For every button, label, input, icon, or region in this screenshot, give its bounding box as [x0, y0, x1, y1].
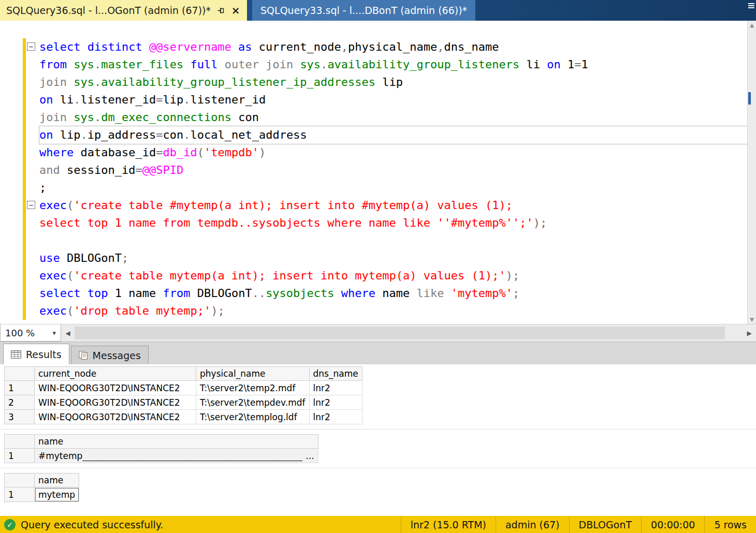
- code-line-12[interactable]: [39, 232, 747, 249]
- code-token: db_id: [163, 146, 197, 159]
- result-splitter[interactable]: [0, 429, 756, 430]
- status-user[interactable]: admin (67): [496, 516, 569, 533]
- code-line-13[interactable]: use DBLOGonT;: [39, 249, 747, 267]
- code-line-5[interactable]: join sys.dm_exec_connections con: [39, 109, 747, 126]
- code-token: 1: [568, 58, 574, 71]
- code-token: dm_exec_connections: [101, 111, 231, 124]
- code-line-11[interactable]: select top 1 name from tempdb..sysobject…: [39, 214, 747, 232]
- sql-editor[interactable]: −select distinct @@servername as current…: [0, 21, 756, 324]
- row-number[interactable]: 1: [5, 449, 35, 463]
- code-line-4[interactable]: on li.listener_id=lip.listener_id: [39, 91, 747, 109]
- close-icon[interactable]: ×: [230, 5, 241, 16]
- success-check-icon: ✓: [4, 519, 16, 530]
- code-token: .: [74, 93, 80, 106]
- code-token: availability_group_listeners: [327, 58, 519, 71]
- column-header[interactable]: name: [35, 435, 318, 449]
- column-header[interactable]: current_node: [35, 367, 196, 381]
- status-duration: 00:00:00: [641, 516, 704, 533]
- code-token: outer join: [225, 58, 300, 71]
- grid-corner-cell[interactable]: [5, 473, 35, 487]
- code-token: sys: [74, 76, 94, 88]
- grid-cell[interactable]: lnr2: [309, 381, 362, 395]
- tab-label: SQLQuery33.sql - l....DBonT (admin (66))…: [260, 5, 467, 16]
- result-set-1: current_nodephysical_namedns_name1WIN-EQ…: [4, 366, 756, 424]
- code-token: );: [533, 216, 547, 229]
- cell-text: #mytemp_________________________________…: [38, 451, 302, 461]
- chevron-down-icon[interactable]: ▾: [52, 329, 56, 337]
- tab-sqlquery33[interactable]: SQLQuery33.sql - l....DBonT (admin (66))…: [252, 0, 475, 21]
- code-token: exec: [39, 199, 67, 212]
- scroll-left-icon[interactable]: ◀: [61, 324, 75, 342]
- code-token: and: [39, 164, 67, 176]
- grid-corner-cell[interactable]: [5, 367, 35, 381]
- column-header[interactable]: dns_name: [309, 367, 362, 381]
- row-number[interactable]: 2: [5, 395, 35, 410]
- grid-cell[interactable]: lnr2: [309, 410, 362, 424]
- scroll-down-icon[interactable]: ▼: [748, 317, 756, 322]
- status-rowcount: 5 rows: [704, 516, 756, 533]
- scroll-up-icon[interactable]: ▲: [748, 22, 756, 28]
- result-set-3: name1mytemp: [4, 473, 756, 502]
- status-database[interactable]: DBLOGonT: [569, 516, 642, 533]
- code-line-15[interactable]: select top 1 name from DBLOGonT..sysobje…: [39, 285, 747, 302]
- code-token: sysobjects: [266, 287, 334, 300]
- code-line-6[interactable]: on lip.ip_address=con.local_net_address: [39, 126, 747, 144]
- code-line-7[interactable]: where database_id=db_id('tempdb'): [39, 144, 747, 161]
- grid-cell[interactable]: mytemp: [35, 487, 79, 502]
- code-token: 1 name: [115, 287, 163, 300]
- grid-cell[interactable]: T:\server2\temp2.mdf: [196, 381, 310, 395]
- row-number[interactable]: 1: [5, 381, 35, 395]
- grid-cell[interactable]: WIN-EQOORG30T2D\INSTANCE2: [35, 381, 196, 395]
- status-bar: ✓ Query executed successfully. lnr2 (15.…: [0, 516, 756, 533]
- grid-cell[interactable]: T:\server2\tempdev.mdf: [196, 395, 310, 410]
- menu-lines-icon: [748, 3, 754, 8]
- grid-cell[interactable]: #mytemp_________________________________…: [35, 449, 318, 463]
- results-tab-label: Results: [26, 349, 62, 360]
- fold-collapse-icon[interactable]: −: [27, 42, 35, 51]
- grid-cell[interactable]: T:\server2\templog.ldf: [196, 410, 310, 424]
- tab-sqlquery36[interactable]: SQLQuery36.sql - l...OGonT (admin (67))*…: [0, 0, 247, 21]
- code-token: =: [135, 164, 142, 176]
- row-number[interactable]: 3: [5, 410, 35, 424]
- code-token: sys: [74, 58, 94, 71]
- code-token: 'create table mytemp(a int); insert into…: [74, 269, 505, 282]
- fold-collapse-icon[interactable]: −: [27, 201, 35, 209]
- code-line-16[interactable]: exec('drop table mytemp;');: [39, 302, 747, 320]
- code-line-14[interactable]: exec('create table mytemp(a int); insert…: [39, 267, 747, 285]
- code-token: .: [94, 58, 101, 71]
- grid-cell[interactable]: WIN-EQOORG30T2D\INSTANCE2: [35, 410, 196, 424]
- pin-icon-glyph: [217, 7, 225, 14]
- pin-icon[interactable]: [215, 5, 226, 16]
- code-token: .: [94, 76, 101, 88]
- code-line-2[interactable]: from sys.master_files full outer join sy…: [39, 56, 747, 73]
- status-message: Query executed successfully.: [21, 519, 163, 530]
- code-token: select distinct: [39, 40, 149, 53]
- tab-messages[interactable]: Messages: [71, 346, 149, 364]
- editor-bottom-bar: 100 % ▾ ◀ ▶: [0, 324, 756, 342]
- column-header[interactable]: physical_name: [196, 367, 310, 381]
- editor-horizontal-scrollbar[interactable]: ◀ ▶: [61, 324, 756, 342]
- grid-cell[interactable]: WIN-EQOORG30T2D\INSTANCE2: [35, 395, 196, 410]
- result-splitter[interactable]: [0, 468, 756, 468]
- horizontal-scroll-thumb[interactable]: [75, 327, 725, 339]
- column-header[interactable]: name: [35, 473, 79, 487]
- zoom-control[interactable]: 100 % ▾: [0, 324, 61, 342]
- editor-vertical-scrollbar[interactable]: ▲ ▼: [747, 21, 756, 324]
- code-line-3[interactable]: join sys.availability_group_listener_ip_…: [39, 73, 747, 91]
- row-number[interactable]: 1: [5, 487, 35, 502]
- code-token: );: [506, 269, 520, 282]
- code-token: .: [183, 128, 190, 141]
- code-line-8[interactable]: and session_id=@@SPID: [39, 161, 747, 179]
- code-line-9[interactable]: ;: [39, 179, 747, 197]
- tabstrip-overflow-icon[interactable]: [747, 0, 756, 21]
- code-line-10[interactable]: −exec('create table #mytemp(a int); inse…: [39, 197, 747, 214]
- status-server[interactable]: lnr2 (15.0 RTM): [401, 516, 496, 533]
- scroll-right-icon[interactable]: ▶: [743, 324, 756, 342]
- grid-cell[interactable]: lnr2: [309, 395, 362, 410]
- tab-results[interactable]: Results: [3, 344, 69, 364]
- code-line-1[interactable]: −select distinct @@servername as current…: [39, 38, 747, 56]
- grid-corner-cell[interactable]: [5, 435, 35, 449]
- code-token: @@servername: [149, 40, 231, 53]
- code-lines: −select distinct @@servername as current…: [0, 38, 747, 320]
- code-token: listener_id: [190, 93, 266, 106]
